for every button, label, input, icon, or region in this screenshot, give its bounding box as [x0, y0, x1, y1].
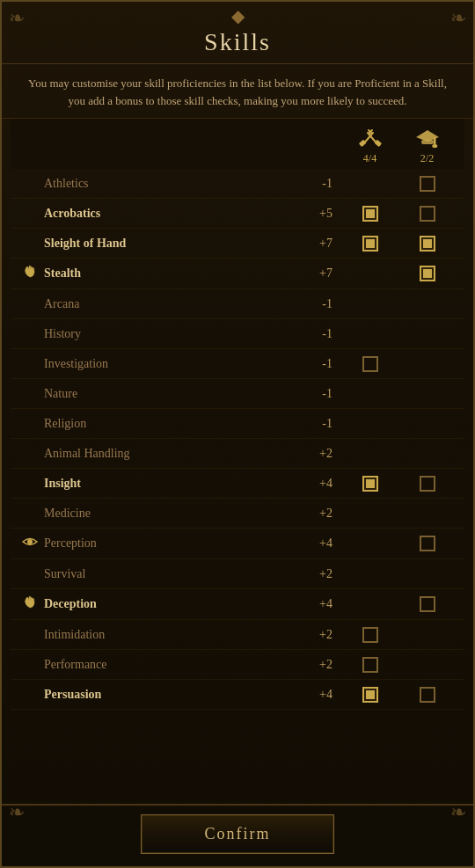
checkbox-col2-2[interactable]: [420, 236, 435, 252]
skill-bonus-9: +2: [302, 447, 341, 461]
col2-check-10[interactable]: [398, 476, 456, 492]
skill-name-17: Persuasion: [40, 688, 302, 702]
col1-check-10[interactable]: [341, 476, 398, 492]
col1-count: 4/4: [363, 152, 376, 165]
skill-checks-10: [341, 476, 456, 492]
col1-check-6[interactable]: [341, 356, 398, 372]
skill-name-4: Arcana: [40, 297, 302, 311]
col2-check-16: [398, 657, 456, 673]
svg-point-8: [432, 144, 437, 148]
skill-bonus-17: +4: [302, 688, 341, 702]
col2-check-13: [398, 566, 456, 582]
skill-checks-7: [341, 386, 456, 402]
table-row: Performance+2: [11, 650, 464, 680]
skill-bonus-10: +4: [302, 477, 341, 491]
skill-checks-9: [341, 446, 456, 462]
checkbox-col2-1[interactable]: [420, 206, 435, 222]
checkbox-col1-15[interactable]: [362, 627, 378, 643]
checkbox-col1-10[interactable]: [362, 476, 378, 492]
row-icon-14: [19, 594, 40, 615]
skill-checks-6: [341, 356, 456, 372]
col2-check-9: [398, 446, 456, 462]
checkbox-col2-0[interactable]: [420, 176, 435, 192]
skill-checks-16: [341, 657, 456, 673]
table-row: History-1: [11, 319, 464, 349]
col1-check-0[interactable]: [341, 176, 398, 192]
checkbox-col1-16[interactable]: [362, 657, 378, 673]
skill-bonus-16: +2: [302, 658, 341, 672]
skill-bonus-1: +5: [302, 207, 341, 221]
col1-check-15[interactable]: [341, 627, 398, 643]
svg-rect-9: [421, 140, 434, 144]
table-row: Survival+2: [11, 559, 464, 589]
header-icons: 4/4: [341, 126, 456, 165]
col2-check-2[interactable]: [398, 236, 456, 252]
table-row: Intimidation+2: [11, 620, 464, 650]
col2-check-8: [398, 416, 456, 432]
skill-name-2: Sleight of Hand: [40, 237, 302, 251]
confirm-section: Confirm: [2, 804, 473, 866]
col1-check-13: [341, 566, 398, 582]
checkbox-col1-17[interactable]: [362, 687, 378, 703]
row-icon-12: [19, 533, 40, 554]
skill-bonus-3: +7: [302, 266, 341, 281]
col1-check-3: [341, 266, 398, 281]
corner-decoration-bl: ❧: [9, 803, 25, 822]
col1-check-16[interactable]: [341, 657, 398, 673]
table-row: Animal Handling+2: [11, 439, 464, 469]
skill-bonus-7: -1: [302, 387, 341, 401]
table-row: Sleight of Hand+7: [11, 229, 464, 259]
skill-name-1: Acrobatics: [40, 207, 302, 221]
col1-check-14: [341, 596, 398, 612]
col2-header: 2/2: [398, 126, 456, 165]
col1-check-12: [341, 536, 398, 551]
crossed-tools-icon: [357, 126, 384, 150]
checkbox-col1-6[interactable]: [362, 356, 378, 372]
col2-check-7: [398, 386, 456, 402]
skill-name-9: Animal Handling: [40, 447, 302, 461]
col1-check-2[interactable]: [341, 236, 398, 252]
col1-check-1[interactable]: [341, 206, 398, 222]
skill-bonus-5: -1: [302, 327, 341, 341]
corner-decoration-br: ❧: [450, 803, 466, 822]
table-row: Persuasion+4: [11, 680, 464, 710]
skill-checks-5: [341, 326, 456, 342]
checkbox-col2-3[interactable]: [420, 266, 435, 281]
col1-header: 4/4: [341, 126, 398, 165]
skill-name-16: Performance: [40, 658, 302, 672]
checkbox-col1-2[interactable]: [362, 236, 378, 252]
skill-bonus-11: +2: [302, 507, 341, 521]
col1-check-5: [341, 326, 398, 342]
skill-bonus-14: +4: [302, 597, 341, 611]
skill-name-7: Nature: [40, 387, 302, 401]
skill-checks-0: [341, 176, 456, 192]
skill-checks-14: [341, 596, 456, 612]
checkbox-col2-12[interactable]: [420, 536, 435, 551]
checkbox-col2-14[interactable]: [420, 596, 435, 612]
table-row: Perception+4: [11, 529, 464, 559]
checkbox-col2-10[interactable]: [420, 476, 435, 492]
mortar-icon: [414, 126, 441, 150]
corner-decoration-tr: ❧: [450, 9, 466, 28]
skill-bonus-6: -1: [302, 357, 341, 371]
skill-checks-17: [341, 687, 456, 703]
col2-check-1[interactable]: [398, 206, 456, 222]
col2-check-17[interactable]: [398, 687, 456, 703]
top-ornament: ◆: [2, 2, 473, 25]
corner-decoration-tl: ❧: [9, 9, 25, 28]
skill-checks-12: [341, 536, 456, 551]
skill-checks-4: [341, 296, 456, 312]
col2-check-5: [398, 326, 456, 342]
confirm-button[interactable]: Confirm: [141, 814, 334, 854]
skill-name-8: Religion: [40, 417, 302, 431]
col2-check-3[interactable]: [398, 266, 456, 281]
checkbox-col1-1[interactable]: [362, 206, 378, 222]
col2-check-0[interactable]: [398, 176, 456, 192]
table-row: Deception+4: [11, 589, 464, 620]
col2-check-14[interactable]: [398, 596, 456, 612]
checkbox-col2-17[interactable]: [420, 687, 435, 703]
skill-rows: Athletics-1Acrobatics+5Sleight of Hand+7…: [11, 169, 464, 710]
col1-check-17[interactable]: [341, 687, 398, 703]
skill-checks-8: [341, 416, 456, 432]
col2-check-12[interactable]: [398, 536, 456, 551]
